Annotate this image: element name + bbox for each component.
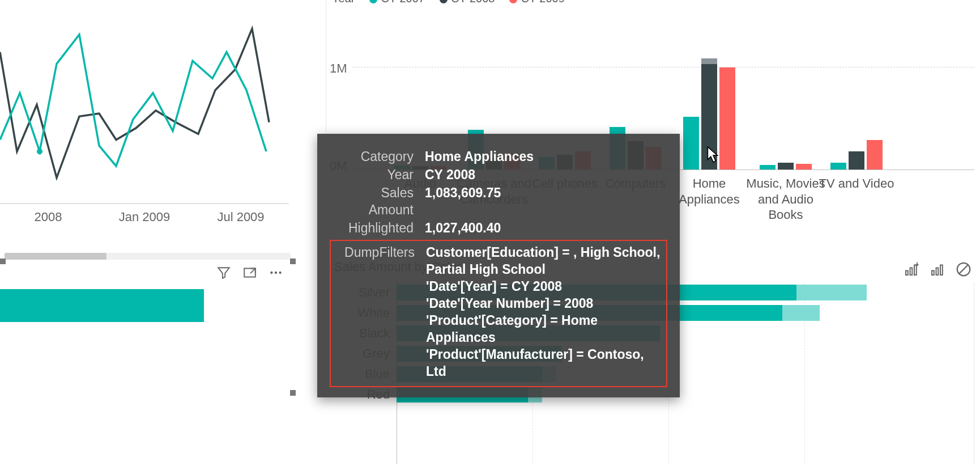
line-x-2: Jul 2009 <box>193 210 289 224</box>
bar-home-2008[interactable] <box>701 58 717 170</box>
bar-tv-2007[interactable] <box>830 163 846 170</box>
bar-home-2007[interactable] <box>683 117 699 170</box>
bar-tv-2009[interactable] <box>867 140 883 170</box>
bar-group-music[interactable] <box>757 163 814 170</box>
tooltip-val: 1,083,609.75 <box>425 185 663 219</box>
tooltip-key: Year <box>334 167 425 184</box>
tooltip-dumpfilters-box: DumpFilters Customer[Education] = , High… <box>330 240 667 387</box>
line-series-2008 <box>0 29 269 178</box>
svg-rect-5 <box>906 271 908 276</box>
tooltip-row-dump: DumpFilters Customer[Education] = , High… <box>335 244 662 380</box>
bar-x-home: Home Appliances <box>670 176 749 207</box>
line-series-2007 <box>0 35 266 166</box>
gridline-1m <box>352 67 974 67</box>
bar-music-2008[interactable] <box>778 163 794 170</box>
tooltip-dump-key: DumpFilters <box>335 244 426 380</box>
line-x-1: Jan 2009 <box>96 210 193 224</box>
dump-line: 'Date'[Year Number] = 2008 <box>426 295 662 312</box>
svg-rect-10 <box>940 265 943 276</box>
svg-point-2 <box>270 272 272 274</box>
line-x-0: 2008 <box>0 210 96 224</box>
focus-mode-icon[interactable] <box>242 265 257 280</box>
svg-rect-6 <box>910 268 913 276</box>
tooltip-row-year: Year CY 2008 <box>334 167 663 184</box>
tooltip-val: 1,027,400.40 <box>425 220 663 237</box>
hbar-actions <box>903 261 972 278</box>
drill-up-icon[interactable] <box>929 261 946 278</box>
no-entry-icon[interactable] <box>955 261 972 278</box>
bar-x-music: Music, Movies and Audio Books <box>746 176 825 223</box>
tooltip-row-sales: Sales Amount 1,083,609.75 <box>334 185 663 219</box>
line-x-labels: 2008 Jan 2009 Jul 2009 <box>0 206 289 224</box>
line-chart-svg <box>0 17 289 204</box>
tooltip-row-highlighted: Highlighted 1,027,400.40 <box>334 220 663 237</box>
bar-group-home[interactable] <box>681 58 738 170</box>
filter-icon[interactable] <box>216 265 231 280</box>
svg-line-12 <box>960 265 968 274</box>
resize-handle-mr[interactable] <box>290 390 296 396</box>
selected-bar[interactable] <box>0 289 204 322</box>
dump-line: 'Product'[Manufacturer] = Contoso, Ltd <box>426 346 662 380</box>
tooltip: Category Home Appliances Year CY 2008 Sa… <box>317 134 680 397</box>
dump-line: 'Product'[Category] = Home Appliances <box>426 312 662 346</box>
visual-header <box>0 259 293 287</box>
drill-down-icon[interactable] <box>903 261 920 278</box>
bar-home-2009[interactable] <box>719 67 735 170</box>
bar-music-2009[interactable] <box>796 164 812 170</box>
tooltip-key: Category <box>334 149 425 166</box>
bar-x-tv: TV and Video <box>817 176 896 192</box>
bar-tv-2008[interactable] <box>849 151 864 170</box>
dump-line: 'Date'[Year] = CY 2008 <box>426 278 662 295</box>
tooltip-val: Home Appliances <box>425 149 663 166</box>
tooltip-key: Highlighted <box>334 220 425 237</box>
svg-point-4 <box>279 272 281 274</box>
svg-rect-9 <box>936 268 939 276</box>
tooltip-key: Sales Amount <box>334 185 425 219</box>
dump-line: Customer[Education] = , High School, Par… <box>426 244 662 278</box>
line-chart[interactable]: 2008 Jan 2009 Jul 2009 <box>0 17 289 244</box>
svg-rect-7 <box>914 265 917 276</box>
y-tick-1m: 1M <box>330 61 347 76</box>
tooltip-dump-values: Customer[Education] = , High School, Par… <box>426 244 662 380</box>
bar-group-tv[interactable] <box>828 140 885 170</box>
bar-music-2007[interactable] <box>760 165 776 170</box>
tooltip-row-category: Category Home Appliances <box>334 149 663 166</box>
tooltip-val: CY 2008 <box>425 167 663 184</box>
bar-home-2008-unhighlighted <box>701 58 717 64</box>
svg-point-3 <box>275 272 277 274</box>
line-point <box>37 149 42 154</box>
svg-rect-8 <box>932 271 934 276</box>
more-options-icon[interactable] <box>269 265 283 280</box>
